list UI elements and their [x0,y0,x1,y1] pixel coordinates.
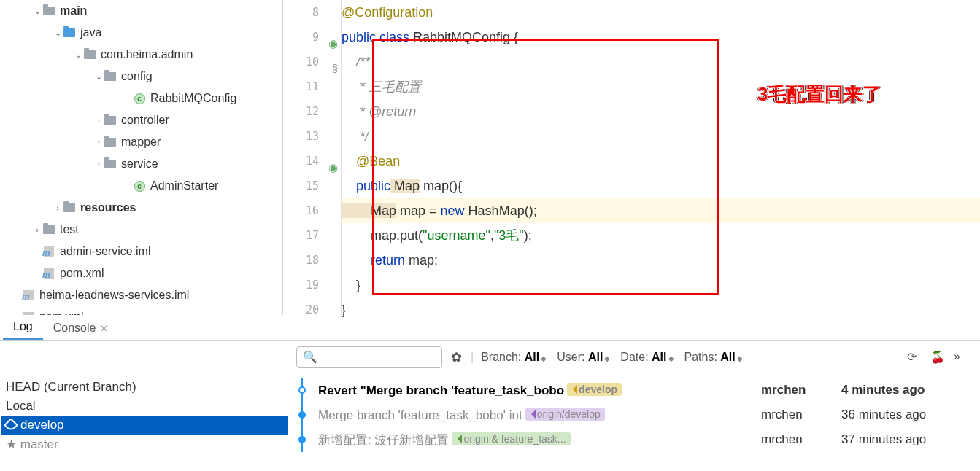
chevron-icon[interactable]: › [93,160,104,168]
folder-icon [83,48,96,61]
tree-item[interactable]: ›resources [0,197,282,219]
ctor: HashMap(); [465,203,537,218]
tree-item[interactable]: ›mapper [0,131,282,153]
branch-badge[interactable]: develop [567,383,622,396]
tree-item[interactable]: cRabbitMQConfig [0,87,282,109]
chevron-icon[interactable]: › [53,203,63,212]
line-number[interactable]: 13 [283,124,341,149]
filter-branch[interactable]: Branch: All◆ [478,351,549,364]
chevron-icon[interactable]: ⌄ [32,7,42,16]
tree-item[interactable]: ›test [0,219,282,241]
line-number[interactable]: 20 [283,297,341,322]
tree-label: heima-leadnews-services.iml [39,289,189,302]
line-number[interactable]: 15 [283,174,341,198]
class-name: RabbitMQConfig { [409,30,518,44]
comment: */ [342,129,369,144]
folder-icon [104,157,117,171]
tree-label: pom.xml [39,311,83,315]
line-number[interactable]: 10§ [283,50,341,74]
line-number[interactable]: 9◉ [283,25,341,50]
commit-message: Revert "Merge branch 'feature_task_bobod… [318,383,761,398]
tree-label: java [80,26,101,39]
chevron-icon[interactable]: ⌄ [73,50,83,60]
file-icon [22,289,35,302]
commit-time: 4 minutes ago [841,383,980,397]
tree-item[interactable]: pom.xml [0,306,282,315]
brace: } [342,278,360,292]
branch-badge[interactable]: origin/develop [525,408,605,421]
branch-master[interactable]: ★ master [6,435,284,454]
graph-column [296,378,318,402]
branch-develop[interactable]: develop [1,416,288,435]
chevron-icon[interactable]: ⌄ [93,72,104,82]
commit-row[interactable]: 新增配置: 波仔新增配置origin & feature_task...mrch… [290,427,980,452]
tree-item[interactable]: ›controller [0,109,282,131]
branch-badge[interactable]: origin & feature_task... [452,432,570,445]
eq: = [425,203,441,218]
folder-icon [104,70,117,83]
head-branch-label[interactable]: HEAD (Current Branch) [6,378,284,397]
filter-date[interactable]: Date: All◆ [617,351,676,364]
filter-paths[interactable]: Paths: All◆ [682,351,746,364]
commit-row[interactable]: Revert "Merge branch 'feature_task_bobod… [290,378,980,402]
tree-item[interactable]: ›service [0,153,282,175]
search-input[interactable]: 🔍 [296,346,442,368]
code-area[interactable]: @Configuration public class RabbitMQConf… [342,0,980,315]
more-icon[interactable]: » [954,350,968,365]
log-filter-bar: 🔍 ✿ | Branch: All◆ User: All◆ Date: All◆… [290,341,980,373]
brace: } [342,303,346,317]
refresh-icon[interactable]: ⟳ [907,350,922,365]
folder-icon [42,4,55,17]
gutter-run-icon[interactable]: ◉ [326,31,338,43]
search-icon: 🔍 [303,350,317,364]
chevron-icon[interactable]: › [93,138,104,147]
tree-item[interactable]: ⌄com.heima.admin [0,44,282,66]
str: "username" [423,228,490,243]
tree-item[interactable]: ⌄main [0,0,282,22]
gear-icon[interactable]: ✿ [447,349,466,365]
code-editor[interactable]: 89◉10§11121314◉151617181920 @Configurati… [283,0,980,315]
kw-class: class [376,30,409,44]
gutter-run-icon[interactable]: ◉ [326,155,338,167]
filter-user[interactable]: User: All◆ [554,351,613,364]
tab-log[interactable]: Log [3,316,43,340]
commit-time: 37 minutes ago [841,432,980,447]
line-number[interactable]: 14◉ [283,149,341,174]
tree-label: config [121,70,153,83]
tree-item[interactable]: admin-service.iml [0,241,282,262]
line-number[interactable]: 19 [283,273,341,297]
kw-return: return [342,253,405,268]
tree-item[interactable]: ⌄java [0,22,282,44]
tab-console[interactable]: Console✕ [43,317,119,339]
close-icon[interactable]: ✕ [100,323,108,334]
tree-label: mapper [121,136,161,149]
line-number[interactable]: 12 [283,99,341,124]
mfile-icon [22,311,35,315]
line-number[interactable]: 16 [283,198,341,223]
annotation: @Configuration [342,5,433,20]
line-number[interactable]: 17 [283,223,341,248]
chevron-icon[interactable]: › [93,116,104,125]
folder-icon [104,114,117,127]
line-number[interactable]: 18 [283,248,341,273]
chevron-icon[interactable]: › [32,225,42,234]
line-number[interactable]: 8 [283,0,341,25]
folder-icon [104,136,117,149]
line-number[interactable]: 11 [283,74,341,99]
ret: map; [405,253,438,268]
commit-message: Merge branch 'feature_task_bobo' intorig… [318,408,761,423]
commit-row[interactable]: Merge branch 'feature_task_bobo' intorig… [290,402,980,427]
commit-author: mrchen [761,408,841,422]
str: "3毛" [494,228,524,243]
cherry-pick-icon[interactable]: 🍒 [930,350,945,365]
chevron-icon[interactable]: ⌄ [53,28,63,38]
tree-item[interactable]: cAdminStarter [0,175,282,197]
type-map: Map [342,203,396,218]
tree-item[interactable]: ⌄config [0,66,282,87]
tree-item[interactable]: pom.xml [0,262,282,284]
gutter: 89◉10§11121314◉151617181920 [283,0,342,315]
annotation-callout: 3毛配置回来了 [757,82,881,107]
local-group[interactable]: Local [6,397,284,416]
project-tree[interactable]: ⌄main⌄java⌄com.heima.admin⌄configcRabbit… [0,0,283,315]
tree-item[interactable]: heima-leadnews-services.iml [0,284,282,306]
